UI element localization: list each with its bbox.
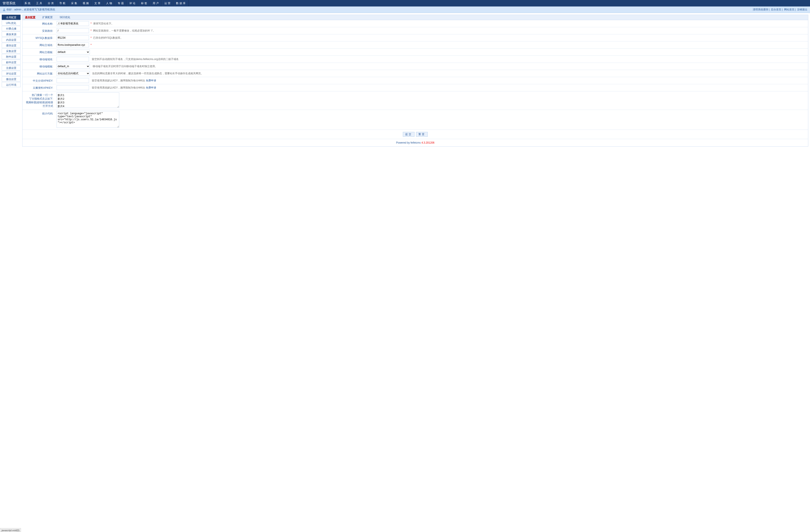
sidebar-item-play-source[interactable]: 播放来源 bbox=[2, 32, 20, 37]
nav-video[interactable]: 视频 bbox=[80, 0, 92, 6]
hint-install-path: 网站安装路径，一般不需要修改，结尾必需加斜杆 '/'。 bbox=[93, 29, 155, 32]
label-install-path: 安装路径: bbox=[22, 27, 55, 34]
link-site-home[interactable]: 网站首页 bbox=[784, 8, 794, 11]
input-douban-apikey[interactable] bbox=[56, 85, 89, 90]
sidebar-item-mail-settings[interactable]: 邮件设置 bbox=[2, 60, 20, 65]
label-site-name: 网站名称: bbox=[22, 20, 55, 27]
user-icon bbox=[3, 8, 6, 11]
content-tabs: 基本配置 扩展配置 SEO优化 bbox=[22, 15, 808, 20]
required-star: * bbox=[91, 22, 92, 25]
nav-topic[interactable]: 专题 bbox=[115, 0, 127, 6]
textarea-stats-code[interactable]: <script language="javascript" type="text… bbox=[56, 111, 119, 128]
hint-douban-apikey: 留空使用系统默认KEY，频率限制为每分钟6次 免费申请 bbox=[92, 86, 156, 89]
nav-navigation[interactable]: 导航 bbox=[57, 0, 69, 6]
hint-cn-apikey: 留空使用系统默认KEY，频率限制为每分钟6次 免费申请 bbox=[92, 79, 156, 82]
link-clear-cache[interactable]: 清理系统缓存 bbox=[753, 8, 768, 11]
sidebar-item-comment-settings[interactable]: 评论设置 bbox=[2, 71, 20, 76]
input-site-name[interactable] bbox=[56, 21, 89, 26]
sidebar-item-wechat-settings[interactable]: 微信设置 bbox=[2, 77, 20, 82]
label-douban-apikey: 豆瓣资料APIKEY: bbox=[22, 84, 55, 91]
sidebar-item-runtime-env[interactable]: 运行环境 bbox=[2, 82, 20, 87]
sidebar-item-content-settings[interactable]: 内容设置 bbox=[2, 37, 20, 42]
select-site-template[interactable]: default bbox=[56, 50, 90, 54]
link-logout[interactable]: 注销退出 bbox=[797, 8, 807, 11]
nav-person[interactable]: 人物 bbox=[104, 0, 115, 6]
nav-tag[interactable]: 标签 bbox=[139, 0, 150, 6]
tab-basic-config[interactable]: 基本配置 bbox=[25, 16, 35, 19]
nav-tools[interactable]: 工具 bbox=[34, 0, 45, 6]
reset-button[interactable]: 重置 bbox=[416, 132, 428, 137]
label-mobile-template: 移动端模板: bbox=[22, 63, 55, 70]
tab-seo-opt[interactable]: SEO优化 bbox=[60, 16, 70, 19]
label-site-domain: 网站主域名: bbox=[22, 41, 55, 49]
sidebar-item-register-settings[interactable]: 注册设置 bbox=[2, 65, 20, 70]
sidebar-item-cache-settings[interactable]: 缓存设置 bbox=[2, 43, 20, 48]
nav-database[interactable]: 数据库 bbox=[174, 0, 189, 6]
nav-user[interactable]: 用户 bbox=[150, 0, 162, 6]
required-star: * bbox=[91, 36, 92, 39]
top-nav: 系统 工具 分类 导航 采集 视频 文章 人物 专题 评论 标签 用户 运营 数… bbox=[22, 0, 189, 6]
nav-operation[interactable]: 运营 bbox=[162, 0, 174, 6]
select-mobile-template[interactable]: default_m bbox=[56, 64, 90, 69]
link-admin-home[interactable]: 后台首页 bbox=[771, 8, 781, 11]
sidebar-item-url-opt[interactable]: URL优化 bbox=[2, 20, 20, 26]
sidebar-item-paid-vod[interactable]: 付费点播 bbox=[2, 26, 20, 31]
form-table: 网站名称: * 请填写贵站名字。 安装路径: * 网站安装路径，一般不需要修改，… bbox=[22, 20, 808, 130]
tab-extend-config[interactable]: 扩展配置 bbox=[42, 16, 53, 19]
label-hot-search: 热门搜索 一行一个 "|"分隔格式含义如下: 视频标题|超链接|超链接打开方式 bbox=[22, 91, 55, 110]
input-mobile-domain[interactable] bbox=[56, 57, 89, 62]
welcome-text: 你好：admin，欢迎使用飞飞影视导航系统 bbox=[6, 8, 55, 12]
nav-category[interactable]: 分类 bbox=[45, 0, 57, 6]
input-mysql-db[interactable] bbox=[56, 35, 89, 40]
hint-mobile-domain: 留空则不自动跳转到子域名，只支持如demo.feifeicms.org这样的二级… bbox=[92, 57, 178, 61]
label-site-template: 网站主模板: bbox=[22, 49, 55, 56]
sidebar: 全局配置 URL优化 付费点播 播放来源 内容设置 缓存设置 采集设置 附件设置… bbox=[2, 15, 20, 147]
hint-site-name: 请填写贵站名字。 bbox=[93, 22, 114, 25]
label-run-mode: 网站运行方案: bbox=[22, 70, 55, 77]
content: 基本配置 扩展配置 SEO优化 网站名称: * 请填写贵站名字。 安装路径: *… bbox=[22, 15, 808, 147]
submit-button[interactable]: 提交 bbox=[403, 132, 415, 137]
link-free-apply-douban[interactable]: 免费申请 bbox=[146, 86, 156, 89]
select-run-mode[interactable]: 全站动态访问模式 bbox=[56, 71, 90, 76]
welcome-right-links: 清理系统缓存| 后台首页| 网站首页| 注销退出 bbox=[753, 8, 807, 12]
label-stats-code: 统计代码: bbox=[22, 110, 55, 130]
nav-article[interactable]: 文章 bbox=[92, 0, 104, 6]
hint-mobile-template: 移动端子域名开启时用于访问移动端子域名时独立使用。 bbox=[93, 65, 158, 68]
required-star: * bbox=[91, 44, 92, 46]
footer-powered: Powered by feifeicms 4.3.201206 bbox=[22, 139, 808, 146]
link-free-apply-cn[interactable]: 免费申请 bbox=[146, 79, 156, 82]
nav-system[interactable]: 系统 bbox=[22, 0, 34, 6]
textarea-hot-search[interactable]: 影片1 影片2 影片3 影片4 影片5 影片6||_blank bbox=[56, 93, 119, 108]
main-wrap: 全局配置 URL优化 付费点播 播放来源 内容设置 缓存设置 采集设置 附件设置… bbox=[0, 13, 810, 148]
hint-run-mode: 当您的网站流量非常大的时候，建议选择将一些页面生成静态，需要站长手动操作生成相关… bbox=[92, 72, 204, 75]
sidebar-item-global-config[interactable]: 全局配置 bbox=[2, 15, 20, 20]
submit-row: 提交 重置 bbox=[22, 130, 808, 139]
svg-point-0 bbox=[3, 9, 4, 10]
required-star: * bbox=[91, 29, 92, 32]
welcome-bar: 你好：admin，欢迎使用飞飞影视导航系统 清理系统缓存| 后台首页| 网站首页… bbox=[0, 6, 810, 13]
label-mysql-db: MYSQL数据库: bbox=[22, 34, 55, 41]
input-site-domain[interactable] bbox=[56, 43, 89, 47]
label-mobile-domain: 移动端域名: bbox=[22, 56, 55, 63]
nav-collect[interactable]: 采集 bbox=[69, 0, 80, 6]
sidebar-item-attachment-settings[interactable]: 附件设置 bbox=[2, 54, 20, 59]
sidebar-item-collect-settings[interactable]: 采集设置 bbox=[2, 48, 20, 53]
top-header: 管理系统 系统 工具 分类 导航 采集 视频 文章 人物 专题 评论 标签 用户… bbox=[0, 0, 810, 6]
app-title: 管理系统 bbox=[3, 1, 16, 5]
input-install-path[interactable] bbox=[56, 28, 89, 33]
input-cn-apikey[interactable] bbox=[56, 78, 89, 83]
nav-comment[interactable]: 评论 bbox=[127, 0, 139, 6]
label-cn-apikey: 中文分词APIKEY: bbox=[22, 77, 55, 84]
hint-mysql-db: 已存在的MYSQL数据库。 bbox=[93, 36, 123, 39]
